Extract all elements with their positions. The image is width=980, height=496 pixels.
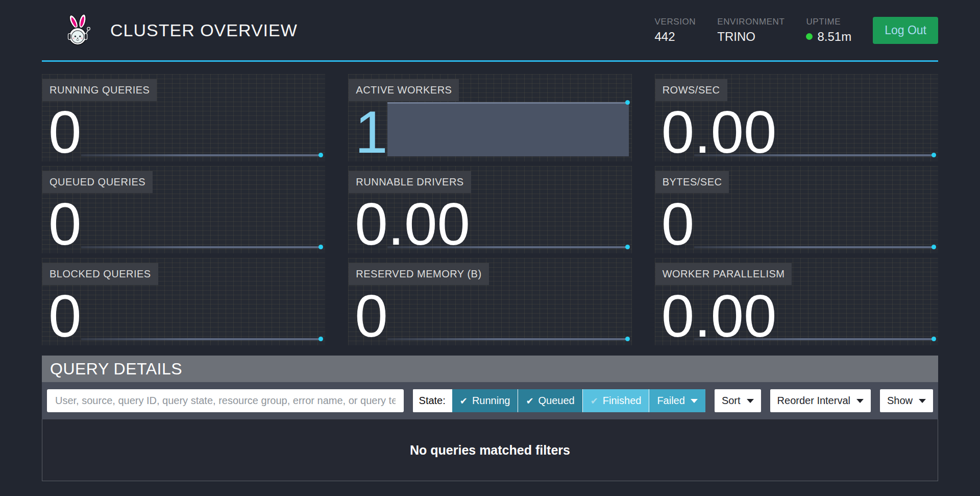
version-stat: VERSION 442: [655, 17, 696, 44]
metric-card-queued-queries: QUEUED QUERIES 0: [42, 166, 325, 253]
query-results-area: No queries matched filters: [42, 419, 938, 481]
sparkline-endpoint-dot: [625, 245, 630, 249]
metric-label: RUNNABLE DRIVERS: [349, 171, 471, 193]
metric-card-runnable-drivers: RUNNABLE DRIVERS 0.00: [348, 166, 631, 253]
caret-down-icon: [691, 399, 698, 403]
sparkline-endpoint-dot: [318, 337, 323, 341]
metric-label: RESERVED MEMORY (B): [349, 263, 488, 285]
metric-label: QUEUED QUERIES: [42, 171, 153, 193]
sparkline-endpoint-dot: [932, 245, 936, 249]
metric-label: BLOCKED QUERIES: [42, 263, 158, 285]
check-icon: ✔: [460, 395, 468, 407]
metric-value: 0: [662, 201, 695, 248]
check-icon: ✔: [526, 395, 533, 407]
metrics-grid: RUNNING QUERIES 0 ACTIVE WORKERS 1 ROWS/…: [42, 74, 938, 345]
area-chart-fill: [387, 102, 628, 156]
state-filter-group: State: ✔ Running ✔ Queued ✔ Finished Fai…: [413, 389, 705, 412]
uptime-stat: UPTIME 8.51m: [806, 17, 851, 44]
state-filter-finished[interactable]: ✔ Finished: [583, 389, 649, 412]
metric-sparkline: [81, 286, 322, 340]
sparkline-line: [81, 154, 322, 156]
show-dropdown-button[interactable]: Show: [880, 389, 933, 412]
sort-label: Sort: [722, 395, 741, 407]
query-search-input[interactable]: [47, 389, 404, 412]
version-value: 442: [655, 30, 696, 44]
sparkline-endpoint-dot: [318, 153, 323, 157]
metric-card-worker-parallelism: WORKER PARALLELISM 0.00: [655, 258, 938, 345]
uptime-value-row: 8.51m: [806, 30, 851, 44]
metric-card-bytes-sec: BYTES/SEC 0: [655, 166, 938, 253]
uptime-label: UPTIME: [806, 17, 851, 27]
metric-label: RUNNING QUERIES: [42, 79, 157, 101]
state-filter-failed-dropdown[interactable]: Failed: [649, 389, 705, 412]
header-stats: VERSION 442 ENVIRONMENT TRINO UPTIME 8.5…: [655, 17, 938, 44]
query-details-title: QUERY DETAILS: [42, 356, 938, 382]
metric-label: ACTIVE WORKERS: [349, 79, 459, 101]
sparkline-endpoint-dot: [625, 100, 630, 105]
sparkline-endpoint-dot: [932, 153, 936, 157]
trino-bunny-logo[interactable]: [64, 13, 93, 47]
metric-value: 0.00: [662, 109, 777, 156]
environment-stat: ENVIRONMENT TRINO: [717, 17, 785, 44]
log-out-button[interactable]: Log Out: [873, 17, 938, 44]
state-filter-label: State:: [413, 389, 452, 412]
sparkline-line: [81, 338, 322, 340]
caret-down-icon: [856, 399, 864, 403]
metric-card-reserved-memory: RESERVED MEMORY (B) 0: [348, 258, 631, 345]
sparkline-line: [694, 246, 935, 248]
uptime-value: 8.51m: [817, 30, 851, 44]
uptime-status-dot: [806, 33, 813, 40]
version-label: VERSION: [655, 17, 696, 27]
metric-area-chart: [387, 102, 628, 156]
environment-value: TRINO: [717, 30, 785, 44]
check-icon: ✔: [591, 395, 598, 407]
sparkline-line: [81, 246, 322, 248]
metric-value: 0.00: [662, 293, 777, 340]
query-filter-toolbar: State: ✔ Running ✔ Queued ✔ Finished Fai…: [42, 382, 938, 419]
sort-dropdown-button[interactable]: Sort: [715, 389, 761, 412]
state-filter-queued-label: Queued: [538, 395, 575, 407]
metric-sparkline: [81, 102, 322, 156]
state-filter-running-label: Running: [472, 395, 510, 407]
caret-down-icon: [919, 399, 926, 403]
show-label: Show: [887, 395, 913, 407]
metric-label: ROWS/SEC: [655, 79, 727, 101]
metric-sparkline: [81, 194, 322, 248]
metric-value: 0: [48, 201, 82, 248]
metric-card-running-queries: RUNNING QUERIES 0: [42, 74, 325, 161]
metric-sparkline: [694, 194, 935, 248]
sparkline-endpoint-dot: [625, 337, 630, 341]
metric-value: 0: [48, 109, 82, 156]
page: CLUSTER OVERVIEW VERSION 442 ENVIRONMENT…: [0, 0, 980, 481]
metric-sparkline: [387, 286, 628, 340]
metric-label: BYTES/SEC: [655, 171, 729, 193]
reorder-interval-dropdown-button[interactable]: Reorder Interval: [770, 389, 871, 412]
metric-card-rows-sec: ROWS/SEC 0.00: [655, 74, 938, 161]
metric-value: 1: [355, 109, 388, 156]
header: CLUSTER OVERVIEW VERSION 442 ENVIRONMENT…: [42, 0, 938, 62]
sparkline-endpoint-dot: [318, 245, 323, 249]
reorder-interval-label: Reorder Interval: [777, 395, 850, 407]
page-title: CLUSTER OVERVIEW: [110, 20, 298, 40]
sparkline-endpoint-dot: [932, 337, 936, 341]
state-filter-running[interactable]: ✔ Running: [452, 389, 518, 412]
metric-card-active-workers: ACTIVE WORKERS 1: [348, 74, 631, 161]
environment-label: ENVIRONMENT: [717, 17, 785, 27]
empty-results-message: No queries matched filters: [410, 443, 570, 458]
metric-value: 0.00: [355, 201, 470, 248]
query-details-section: QUERY DETAILS State: ✔ Running ✔ Queued …: [42, 356, 938, 481]
caret-down-icon: [747, 399, 754, 403]
metric-label: WORKER PARALLELISM: [655, 263, 792, 285]
metric-value: 0: [355, 293, 388, 340]
metric-value: 0: [48, 293, 82, 340]
state-filter-failed-label: Failed: [657, 395, 684, 407]
state-filter-queued[interactable]: ✔ Queued: [518, 389, 582, 412]
state-filter-finished-label: Finished: [603, 395, 642, 407]
metric-card-blocked-queries: BLOCKED QUERIES 0: [42, 258, 325, 345]
sparkline-line: [387, 338, 628, 340]
